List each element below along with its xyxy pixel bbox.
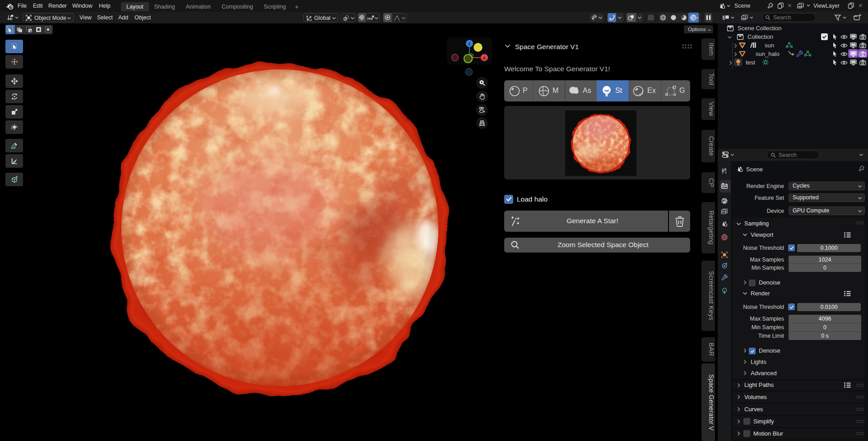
svg-text:X: X xyxy=(483,55,486,60)
svg-text:Z: Z xyxy=(468,41,471,46)
